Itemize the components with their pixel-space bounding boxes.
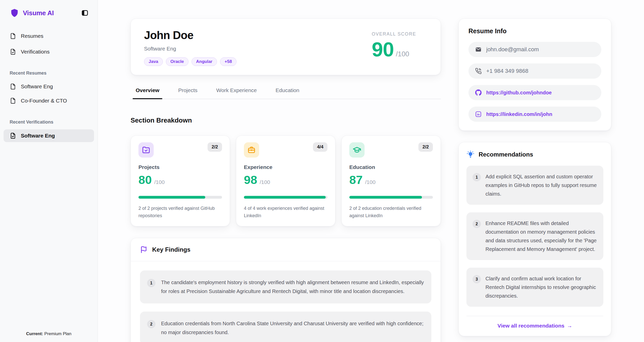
recent-verifications-label: Recent Verifications [0, 119, 98, 125]
progress-bar [138, 196, 222, 199]
recommendations-card: Recommendations 1 Add explicit SQL asser… [459, 142, 611, 336]
recommendation-text: Enhance README files with detailed docum… [485, 219, 597, 253]
github-link[interactable]: https://github.com/johndoe [486, 90, 552, 96]
breakdown-cards: 2/2 Projects 80 /100 2 of 2 projects ver… [131, 135, 441, 226]
candidate-header-card: John Doe Software Eng Java Oracle Angula… [131, 19, 441, 75]
breakdown-score: 80 [138, 173, 152, 187]
verified-count-badge: 4/4 [313, 142, 327, 152]
plan-label: Current: [26, 331, 43, 336]
github-row[interactable]: https://github.com/johndoe [468, 85, 601, 100]
key-findings-card: Key Findings 1 The candidate's employmen… [131, 238, 441, 342]
candidate-name: John Doe [144, 29, 237, 42]
recommendation-item: 1 Add explicit SQL assertion and custom … [466, 166, 603, 205]
arrow-right-icon: → [567, 323, 572, 329]
recommendation-number: 3 [473, 275, 481, 283]
finding-item: 1 The candidate's employment history is … [140, 270, 431, 303]
linkedin-link[interactable]: https://linkedin.com/in/john [486, 111, 552, 117]
current-plan: Current: Premium Plan [0, 331, 98, 342]
breakdown-score-suffix: /100 [154, 179, 165, 185]
overall-score-value: 90 [372, 38, 394, 61]
view-all-recommendations-link[interactable]: View all recommendations→ [466, 316, 603, 333]
tab-education[interactable]: Education [274, 87, 301, 99]
recommendation-number: 2 [473, 220, 481, 228]
finding-text: Education credentials from North Carolin… [161, 319, 424, 337]
svg-text:in: in [477, 113, 480, 116]
github-icon [475, 89, 482, 96]
recent-verification-item-active[interactable]: Software Eng [4, 129, 94, 142]
left-column: John Doe Software Eng Java Oracle Angula… [131, 19, 441, 342]
recent-resume-item[interactable]: Co-Founder & CTO [0, 95, 98, 107]
skill-tag[interactable]: Java [144, 57, 163, 66]
skill-tag[interactable]: Angular [192, 57, 217, 66]
breakdown-score-suffix: /100 [365, 179, 375, 185]
sidebar-item-label: Resumes [21, 33, 43, 39]
finding-number: 1 [147, 279, 155, 287]
key-findings-title: Key Findings [152, 246, 191, 253]
verified-count-badge: 2/2 [418, 142, 433, 152]
phone-row: +1 984 349 9868 [468, 63, 601, 79]
briefcase-icon [244, 142, 259, 158]
recent-verifications-list: Software Eng [0, 129, 98, 142]
panel-left-icon [81, 9, 88, 16]
graduation-cap-icon [349, 142, 365, 158]
finding-text: The candidate's employment history is st… [161, 278, 424, 296]
file-icon [10, 97, 16, 104]
skill-tag[interactable]: Oracle [166, 57, 189, 66]
shield-logo-icon [10, 8, 19, 18]
breakdown-description: 4 of 4 work experiences verified against… [244, 205, 327, 219]
file-check-icon [10, 48, 16, 55]
recent-resume-label: Co-Founder & CTO [21, 98, 67, 104]
breakdown-card-projects: 2/2 Projects 80 /100 2 of 2 projects ver… [131, 135, 230, 226]
breakdown-score: 87 [349, 173, 363, 187]
skill-tag-more[interactable]: +58 [220, 57, 237, 66]
breakdown-description: 2 of 2 projects verified against GitHub … [138, 205, 222, 219]
email-row: john.doe@gmail.com [468, 42, 601, 57]
tab-projects[interactable]: Projects [176, 87, 199, 99]
app-logo[interactable]: Visume AI [10, 8, 54, 18]
candidate-role: Software Eng [144, 46, 237, 52]
linkedin-icon: in [475, 111, 482, 117]
verified-count-badge: 2/2 [208, 142, 222, 152]
sidebar-item-label: Verifications [21, 49, 50, 55]
file-icon [10, 33, 16, 39]
recent-resumes-label: Recent Resumes [0, 71, 98, 76]
phone-icon [475, 68, 482, 74]
file-icon [10, 83, 16, 90]
finding-number: 2 [147, 320, 155, 328]
linkedin-row[interactable]: in https://linkedin.com/in/john [468, 107, 601, 122]
progress-fill [138, 196, 205, 199]
app-title: Visume AI [23, 9, 54, 17]
sidebar-item-verifications[interactable]: Verifications [0, 46, 98, 58]
recommendation-text: Add explicit SQL assertion and custom op… [485, 172, 597, 198]
recommendations-title: Recommendations [479, 151, 533, 158]
recent-resume-item[interactable]: Software Eng [0, 80, 98, 93]
phone-value: +1 984 349 9868 [486, 68, 528, 74]
tab-overview[interactable]: Overview [134, 87, 161, 99]
overall-score-block: OVERALL SCORE 90 /100 [372, 31, 416, 65]
recent-resumes-list: Software Eng Co-Founder & CTO [0, 80, 98, 107]
view-all-label: View all recommendations [497, 323, 564, 329]
lightbulb-icon [466, 150, 475, 159]
progress-bar [349, 196, 433, 199]
candidate-identity: John Doe Software Eng Java Oracle Angula… [144, 29, 237, 65]
breakdown-card-title: Experience [244, 164, 327, 170]
sidebar-item-resumes[interactable]: Resumes [0, 30, 98, 42]
finding-item: 2 Education credentials from North Carol… [140, 312, 431, 342]
flag-icon [140, 246, 148, 253]
right-column: Resume Info john.doe@gmail.com +1 984 34… [459, 19, 611, 342]
progress-bar [244, 196, 327, 199]
breakdown-score-suffix: /100 [260, 179, 270, 185]
breakdown-card-title: Education [349, 164, 433, 170]
sidebar-header: Visume AI [0, 0, 98, 18]
sidebar-nav: Resumes Verifications [0, 30, 98, 58]
recommendation-item: 3 Clarify and confirm actual work locati… [466, 268, 603, 307]
tab-work-experience[interactable]: Work Experience [214, 87, 259, 99]
breakdown-description: 2 of 2 education credentials verified ag… [349, 205, 433, 219]
folder-check-icon [138, 142, 154, 158]
resume-info-card: Resume Info john.doe@gmail.com +1 984 34… [459, 19, 611, 131]
breakdown-card-education: 2/2 Education 87 /100 2 of 2 education c… [341, 135, 441, 226]
overall-score-label: OVERALL SCORE [372, 31, 416, 37]
recommendation-number: 1 [473, 173, 481, 181]
recommendation-text: Clarify and confirm actual work location… [485, 274, 597, 300]
sidebar-collapse-button[interactable] [81, 9, 88, 16]
